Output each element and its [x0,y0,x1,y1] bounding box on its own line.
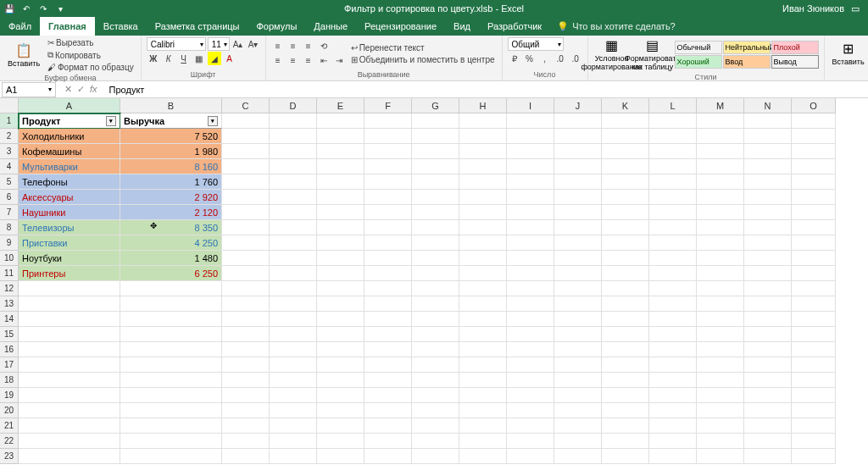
bold-button[interactable]: Ж [147,52,160,65]
cell-B17[interactable] [120,357,222,373]
cell-J22[interactable] [554,434,602,449]
cell-D12[interactable] [270,281,317,296]
cell-M6[interactable] [697,190,744,205]
cell-E22[interactable] [317,434,364,449]
cell-H11[interactable] [459,266,507,281]
user-name[interactable]: Иван Зюников [782,3,844,14]
cell-F13[interactable] [364,296,412,312]
cell-I16[interactable] [507,342,554,357]
cell-G7[interactable] [412,205,459,220]
cell-O8[interactable] [792,220,836,235]
cell-C20[interactable] [222,403,270,418]
cell-N8[interactable] [744,220,792,235]
merge-center-button[interactable]: ⊞Объединить и поместить в центре [349,54,497,65]
cell-N3[interactable] [744,144,792,159]
cell-C12[interactable] [222,281,270,296]
cell-C14[interactable] [222,312,270,327]
cell-L22[interactable] [649,434,697,449]
cut-button[interactable]: ✂Вырезать [46,37,136,48]
cell-M10[interactable] [697,251,744,266]
cell-O17[interactable] [792,357,836,373]
cell-H5[interactable] [459,174,507,190]
cell-K10[interactable] [602,251,649,266]
cell-L5[interactable] [649,174,697,190]
cell-O5[interactable] [792,174,836,190]
cell-F12[interactable] [364,281,412,296]
cell-N22[interactable] [744,434,792,449]
cell-I19[interactable] [507,388,554,403]
cell-D4[interactable] [270,159,317,174]
cell-J17[interactable] [554,357,602,373]
cell-E21[interactable] [317,418,364,434]
cell-L14[interactable] [649,312,697,327]
cell-E3[interactable] [317,144,364,159]
cell-I7[interactable] [507,205,554,220]
save-icon[interactable]: 💾 [3,3,15,14]
cell-M8[interactable] [697,220,744,235]
cell-H19[interactable] [459,388,507,403]
row-header-7[interactable]: 7 [0,205,19,220]
cell-K22[interactable] [602,434,649,449]
cell-J19[interactable] [554,388,602,403]
cell-F14[interactable] [364,312,412,327]
cell-D22[interactable] [270,434,317,449]
cell-E18[interactable] [317,373,364,388]
cell-B3[interactable]: 1 980 [120,144,222,159]
cell-A23[interactable] [19,449,120,464]
cell-L8[interactable] [649,220,697,235]
cell-L1[interactable] [649,113,697,129]
cell-K11[interactable] [602,266,649,281]
cell-O19[interactable] [792,388,836,403]
cell-F1[interactable] [364,113,412,129]
align-top-icon[interactable]: ≡ [271,40,285,53]
cell-G2[interactable] [412,129,459,144]
cell-L19[interactable] [649,388,697,403]
cell-N11[interactable] [744,266,792,281]
cell-E19[interactable] [317,388,364,403]
cell-M2[interactable] [697,129,744,144]
cell-L16[interactable] [649,342,697,357]
cell-J13[interactable] [554,296,602,312]
fx-icon[interactable]: fx [90,84,97,95]
tab-formulas[interactable]: Формулы [248,17,305,36]
cell-A9[interactable]: Приставки [19,235,120,251]
row-header-17[interactable]: 17 [0,357,19,373]
italic-button[interactable]: К [162,52,175,65]
cell-E8[interactable] [317,220,364,235]
cell-G8[interactable] [412,220,459,235]
cell-M11[interactable] [697,266,744,281]
cell-H16[interactable] [459,342,507,357]
cell-F23[interactable] [364,449,412,464]
cell-D14[interactable] [270,312,317,327]
align-center-icon[interactable]: ≡ [287,54,300,68]
filter-icon[interactable]: ▾ [106,116,116,126]
cell-F2[interactable] [364,129,412,144]
cell-A19[interactable] [19,388,120,403]
cell-D17[interactable] [270,357,317,373]
cell-A13[interactable] [19,296,120,312]
cell-M22[interactable] [697,434,744,449]
cell-H4[interactable] [459,159,507,174]
cell-L11[interactable] [649,266,697,281]
cell-O4[interactable] [792,159,836,174]
cell-M5[interactable] [697,174,744,190]
cell-N4[interactable] [744,159,792,174]
cell-N21[interactable] [744,418,792,434]
cell-B23[interactable] [120,449,222,464]
col-header-J[interactable]: J [554,98,602,113]
cell-F5[interactable] [364,174,412,190]
cell-H12[interactable] [459,281,507,296]
cell-F3[interactable] [364,144,412,159]
cell-I1[interactable] [507,113,554,129]
cell-E17[interactable] [317,357,364,373]
cell-H13[interactable] [459,296,507,312]
cell-D9[interactable] [270,235,317,251]
cell-L13[interactable] [649,296,697,312]
wrap-text-button[interactable]: ↩Перенести текст [349,42,497,53]
cell-F16[interactable] [364,342,412,357]
cell-D8[interactable] [270,220,317,235]
tab-developer[interactable]: Разработчик [479,17,550,36]
cell-E7[interactable] [317,205,364,220]
cell-H8[interactable] [459,220,507,235]
row-header-11[interactable]: 11 [0,266,19,281]
